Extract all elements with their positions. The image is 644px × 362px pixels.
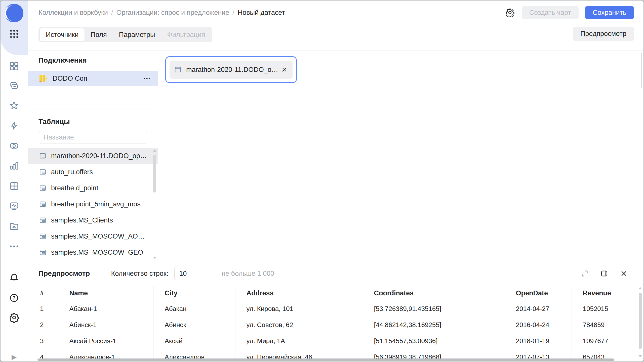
rail-divider (3, 351, 25, 351)
workbooks-icon[interactable] (9, 61, 19, 71)
sources-canvas: marathon-2020-11.DODO_o… (158, 51, 643, 261)
scroll-down-icon[interactable] (638, 355, 642, 357)
selected-table-chip[interactable]: marathon-2020-11.DODO_o… (165, 56, 297, 83)
connections-title: Подключения (38, 56, 87, 64)
help-icon[interactable] (9, 293, 19, 303)
create-chart-button[interactable]: Создать чарт (522, 6, 579, 19)
scrollbar-thumb[interactable] (153, 155, 156, 193)
top-bar-actions: Создать чарт Сохранить (505, 6, 634, 19)
breadcrumb-separator: / (111, 9, 113, 17)
table-list-item-label: marathon-2020-11.DODO_ope… (51, 152, 148, 160)
table-list-item-label: breathe.d_point (51, 184, 98, 192)
preview-toggle-button[interactable]: Предпросмотр (573, 27, 634, 41)
tab-parameters[interactable]: Параметры (113, 28, 161, 41)
table-list-item-label: samples.MS_Clients (51, 216, 113, 224)
dashboards-icon[interactable] (9, 181, 19, 191)
table-list-item[interactable]: samples.MS_Clients (28, 212, 158, 228)
apps-grid-icon[interactable] (9, 29, 19, 39)
save-button[interactable]: Сохранить (585, 6, 634, 19)
row-count-input[interactable] (174, 267, 215, 280)
preview-table-wrap: #NameCityAddressCoordinatesOpenDateReven… (28, 286, 634, 360)
table-icon (39, 233, 47, 240)
table-row: 3Аксай Россия-1Аксайул. Мира, 1А[51.1545… (28, 333, 634, 349)
column-header-address: Address (235, 286, 363, 301)
table-list-item[interactable]: samples.MS_MOSCOW_GEO (28, 244, 158, 260)
scrollbar-thumb[interactable] (639, 293, 642, 349)
tab-filtering[interactable]: Фильтрация (161, 28, 211, 41)
row-count-label: Количество строк: (111, 270, 168, 278)
column-header-opendate: OpenDate (505, 286, 572, 301)
scroll-up-icon[interactable] (153, 149, 156, 152)
column-header-num: # (28, 286, 58, 301)
selected-table-chip-label: marathon-2020-11.DODO_o… (186, 66, 278, 74)
table-list-item-label: samples.MS_MOSCOW_GEO (51, 249, 143, 256)
datalens-dataset-editor: ▶ Коллекции и воркбуки/Организации: спро… (0, 0, 644, 362)
table-icon (39, 152, 47, 160)
preview-title: Предпросмотр (38, 269, 90, 278)
charts-icon[interactable] (9, 161, 19, 171)
storage-folder-icon[interactable] (9, 221, 19, 232)
table-cell: Абакан-1 (58, 301, 153, 317)
table-list-item[interactable]: auto_ru.offers (28, 164, 158, 180)
column-header-coordinates: Coordinates (363, 286, 505, 301)
table-list-item[interactable]: marathon-2020-11.DODO_ope… (28, 148, 158, 164)
table-list-item[interactable]: breathe.d_point (28, 180, 158, 196)
table-icon (39, 168, 47, 176)
quick-actions-bolt-icon[interactable] (9, 120, 19, 131)
table-cell: ул. Мира, 1А (235, 333, 363, 349)
table-cell: 1 (28, 301, 58, 317)
row-count-hint: не больше 1 000 (222, 270, 274, 278)
preview-horizontal-scrollbar[interactable] (37, 358, 632, 361)
connections-icon[interactable] (9, 141, 19, 151)
tables-list-scrollbar[interactable] (152, 149, 157, 259)
connection-menu-ellipsis-icon[interactable] (143, 74, 152, 83)
table-cell: [53.726389,91.435165] (363, 301, 505, 317)
breadcrumb-separator: / (232, 9, 234, 17)
connection-item-dodo-con[interactable]: DODO Con (28, 71, 158, 86)
table-list-item[interactable]: samples.MS_MOSCOW_AO_G… (28, 228, 158, 244)
breadcrumb-item-1[interactable]: Коллекции и воркбуки (38, 9, 108, 17)
table-cell: 2 (28, 317, 58, 333)
table-icon (39, 216, 47, 224)
table-list-item-label: auto_ru.offers (51, 168, 93, 176)
monitoring-icon[interactable] (9, 201, 19, 211)
scroll-up-icon[interactable] (638, 287, 642, 289)
tables-list: marathon-2020-11.DODO_ope…auto_ru.offers… (28, 148, 158, 260)
dataset-settings-gear-icon[interactable] (505, 8, 515, 18)
chip-remove-icon[interactable] (281, 66, 288, 73)
notification-bell-icon[interactable] (9, 273, 19, 283)
column-header-revenue: Revenue (572, 286, 634, 301)
top-bar: Коллекции и воркбуки/Организации: спрос … (28, 1, 643, 25)
more-ellipsis-icon[interactable] (9, 241, 19, 252)
scrollbar-thumb[interactable] (37, 358, 614, 361)
tab-fields[interactable]: Поля (85, 28, 113, 41)
scroll-down-icon[interactable] (153, 257, 156, 259)
table-cell: [51.154557,53.00936] (363, 333, 505, 349)
table-cell: Абинск (153, 317, 235, 333)
datalens-logo[interactable] (5, 4, 23, 22)
tab-sources[interactable]: Источники (40, 28, 85, 41)
table-cell: 1097677 (572, 333, 634, 349)
table-search-input[interactable] (39, 131, 147, 144)
favorites-star-icon[interactable] (9, 100, 19, 111)
close-preview-icon[interactable] (620, 268, 630, 279)
column-header-name: Name (58, 286, 153, 301)
canvas-scrollbar-thumb[interactable] (641, 53, 642, 88)
expand-preview-icon[interactable] (581, 268, 591, 279)
table-cell: ул. Кирова, 101 (235, 301, 363, 317)
expand-sidebar-play-icon[interactable]: ▶ (1, 352, 28, 361)
preview-table-header-row: #NameCityAddressCoordinatesOpenDateReven… (28, 286, 634, 301)
table-list-item[interactable]: breathe.point_5min_avg_mos_… (28, 196, 158, 212)
table-icon (39, 200, 47, 208)
breadcrumb-item-2[interactable]: Организации: спрос и предложение (116, 9, 229, 17)
table-icon (39, 249, 47, 256)
preview-vertical-scrollbar[interactable] (638, 287, 642, 357)
preview-actions (581, 268, 630, 279)
panel-divider (28, 110, 158, 110)
table-cell: 2014-04-27 (505, 301, 572, 317)
collections-icon[interactable] (9, 80, 19, 91)
table-cell: [44.862142,38.169255] (363, 317, 505, 333)
preview-table: #NameCityAddressCoordinatesOpenDateReven… (28, 286, 634, 360)
settings-gear-icon-rail[interactable] (9, 312, 19, 323)
split-view-icon[interactable] (600, 268, 610, 279)
